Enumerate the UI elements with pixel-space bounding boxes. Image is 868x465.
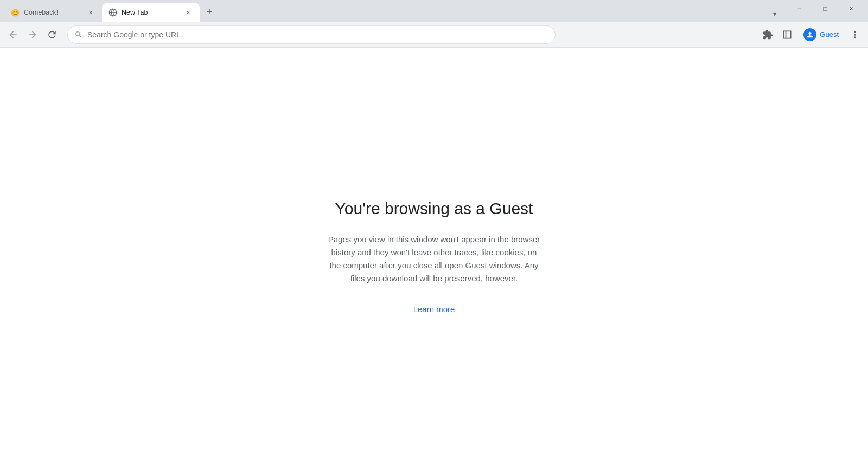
profile-label: Guest bbox=[820, 30, 839, 38]
tab-list-icon: ▾ bbox=[773, 10, 776, 18]
tab-new-favicon bbox=[108, 8, 117, 17]
learn-more-link[interactable]: Learn more bbox=[413, 305, 455, 314]
search-icon bbox=[74, 30, 83, 39]
forward-button[interactable] bbox=[24, 26, 41, 43]
reload-button[interactable] bbox=[43, 26, 61, 43]
sidebar-icon bbox=[782, 29, 793, 40]
tab-new-title: New Tab bbox=[122, 9, 179, 16]
reload-icon bbox=[47, 29, 58, 40]
minimize-button[interactable]: − bbox=[787, 0, 812, 17]
profile-avatar bbox=[803, 28, 816, 41]
extensions-button[interactable] bbox=[759, 26, 776, 43]
menu-button[interactable] bbox=[846, 26, 864, 43]
close-button[interactable]: × bbox=[839, 0, 864, 17]
back-icon bbox=[8, 29, 18, 40]
address-input[interactable] bbox=[87, 30, 548, 39]
forward-icon bbox=[27, 29, 38, 40]
extensions-icon bbox=[762, 29, 773, 40]
address-bar-container bbox=[67, 25, 556, 44]
title-bar: 😊 Comeback! × New Tab × + ▾ − □ × bbox=[0, 0, 868, 22]
new-tab-button[interactable]: + bbox=[202, 4, 217, 20]
tab-new-close[interactable]: × bbox=[183, 8, 193, 17]
toolbar: Guest bbox=[0, 22, 868, 48]
tab-new[interactable]: New Tab × bbox=[102, 3, 200, 22]
window-controls: − □ × bbox=[782, 0, 868, 22]
tab-list-button[interactable]: ▾ bbox=[767, 7, 782, 22]
menu-icon bbox=[850, 29, 860, 40]
tab-comeback-close[interactable]: × bbox=[86, 8, 95, 17]
back-button[interactable] bbox=[4, 26, 22, 43]
tab-comeback-favicon: 😊 bbox=[11, 8, 20, 17]
profile-button[interactable]: Guest bbox=[798, 26, 844, 43]
sidebar-toggle-button[interactable] bbox=[778, 26, 796, 43]
maximize-button[interactable]: □ bbox=[813, 0, 838, 17]
guest-heading: You're browsing as a Guest bbox=[335, 199, 533, 218]
tabs-container: 😊 Comeback! × New Tab × + bbox=[0, 0, 767, 22]
main-content: You're browsing as a Guest Pages you vie… bbox=[0, 48, 868, 465]
toolbar-right: Guest bbox=[759, 26, 864, 43]
address-bar[interactable] bbox=[67, 25, 556, 44]
tab-comeback-title: Comeback! bbox=[24, 9, 81, 16]
tab-comeback[interactable]: 😊 Comeback! × bbox=[4, 3, 102, 22]
guest-description: Pages you view in this window won't appe… bbox=[326, 233, 542, 285]
